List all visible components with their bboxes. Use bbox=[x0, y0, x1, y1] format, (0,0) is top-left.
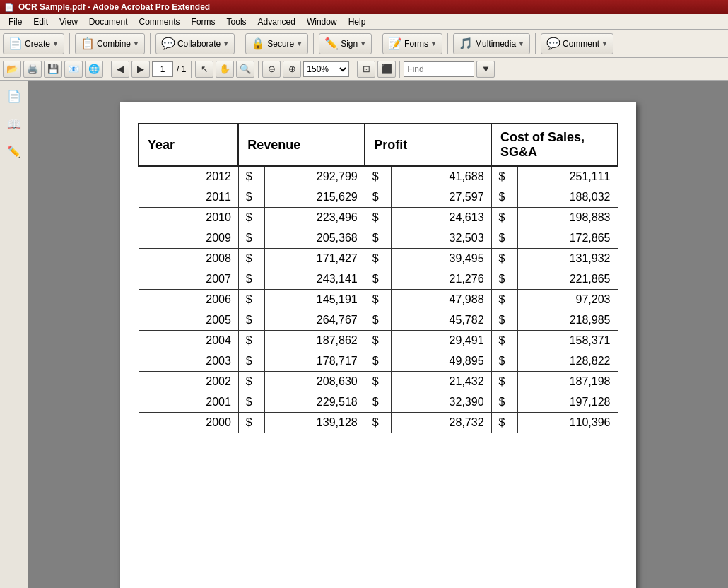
menu-edit[interactable]: Edit bbox=[28, 16, 54, 28]
menu-document[interactable]: Document bbox=[83, 16, 134, 28]
cell-rev-sign-2: $ bbox=[238, 208, 265, 228]
cell-year-6: 2006 bbox=[139, 290, 238, 310]
cell-cost-sign-9: $ bbox=[491, 351, 518, 372]
cell-profit-8: 29,491 bbox=[392, 331, 491, 351]
menu-tools[interactable]: Tools bbox=[221, 16, 252, 28]
separator-5 bbox=[377, 33, 377, 54]
cell-cost-2: 198,883 bbox=[518, 208, 618, 228]
print-button[interactable]: 🖨️ bbox=[23, 61, 42, 78]
cell-profit-9: 49,895 bbox=[392, 351, 491, 372]
menu-help[interactable]: Help bbox=[343, 16, 372, 28]
forms-icon: 📝 bbox=[388, 37, 402, 50]
cell-year-0: 2012 bbox=[139, 166, 238, 187]
cell-profit-sign-12: $ bbox=[365, 413, 392, 433]
cell-revenue-7: 264,767 bbox=[265, 310, 365, 331]
cell-profit-sign-0: $ bbox=[365, 166, 392, 187]
hand-tool[interactable]: ✋ bbox=[216, 61, 234, 78]
table-row: 2006 $ 145,191 $ 47,988 $ 97,203 bbox=[139, 290, 618, 310]
sidebar-edit-icon[interactable]: ✏️ bbox=[6, 143, 23, 160]
page-number-input[interactable] bbox=[152, 61, 173, 77]
header-year: Year bbox=[139, 124, 238, 166]
sidebar-pages-icon[interactable]: 📄 bbox=[6, 88, 23, 105]
cell-rev-sign-1: $ bbox=[238, 187, 265, 208]
comment-label: Comment bbox=[563, 39, 599, 49]
table-row: 2007 $ 243,141 $ 21,276 $ 221,865 bbox=[139, 269, 618, 290]
open-button[interactable]: 📂 bbox=[3, 61, 21, 78]
left-sidebar: 📄 📖 ✏️ bbox=[0, 81, 28, 588]
create-arrow: ▼ bbox=[52, 40, 59, 47]
prev-page-button[interactable]: ◀ bbox=[111, 61, 129, 78]
cell-rev-sign-3: $ bbox=[238, 228, 265, 249]
create-label: Create bbox=[25, 39, 50, 49]
browser-button[interactable]: 🌐 bbox=[85, 61, 103, 78]
cell-cost-sign-2: $ bbox=[491, 208, 518, 228]
create-button[interactable]: 📄 Create ▼ bbox=[3, 33, 64, 54]
multimedia-button[interactable]: 🎵 Multimedia ▼ bbox=[453, 33, 530, 54]
cell-profit-sign-2: $ bbox=[365, 208, 392, 228]
cell-cost-0: 251,111 bbox=[518, 166, 618, 187]
forms-button[interactable]: 📝 Forms ▼ bbox=[382, 33, 442, 54]
menu-forms[interactable]: Forms bbox=[186, 16, 221, 28]
cell-year-12: 2000 bbox=[139, 413, 238, 433]
combine-button[interactable]: 📋 Combine ▼ bbox=[75, 33, 145, 54]
cell-revenue-12: 139,128 bbox=[265, 413, 365, 433]
menu-view[interactable]: View bbox=[54, 16, 83, 28]
cell-cost-8: 158,371 bbox=[518, 331, 618, 351]
header-profit: Profit bbox=[365, 124, 491, 166]
combine-label: Combine bbox=[97, 39, 131, 49]
find-dropdown[interactable]: ▼ bbox=[476, 61, 495, 78]
zoom-tool[interactable]: 🔍 bbox=[236, 61, 254, 78]
secure-icon: 🔒 bbox=[251, 37, 265, 50]
table-row: 2003 $ 178,717 $ 49,895 $ 128,822 bbox=[139, 351, 618, 372]
cell-revenue-8: 187,862 bbox=[265, 331, 365, 351]
sidebar-bookmarks-icon[interactable]: 📖 bbox=[6, 115, 23, 132]
combine-arrow: ▼ bbox=[133, 40, 139, 47]
cell-cost-sign-7: $ bbox=[491, 310, 518, 331]
create-icon: 📄 bbox=[8, 37, 23, 50]
table-row: 2000 $ 139,128 $ 28,732 $ 110,396 bbox=[139, 413, 618, 433]
email-button[interactable]: 📧 bbox=[64, 61, 83, 78]
financial-table: Year Revenue Profit Cost of Sales, SG&A … bbox=[138, 123, 618, 433]
cell-cost-sign-3: $ bbox=[491, 228, 518, 249]
save-button[interactable]: 💾 bbox=[44, 61, 62, 78]
secure-button[interactable]: 🔒 Secure ▼ bbox=[245, 33, 308, 54]
cell-profit-sign-6: $ bbox=[365, 290, 392, 310]
cursor-tool[interactable]: ↖ bbox=[195, 61, 213, 78]
sign-button[interactable]: ✏️ Sign ▼ bbox=[319, 33, 372, 54]
main-area: 📄 📖 ✏️ Year Revenue Profit Cost of Sales… bbox=[0, 81, 728, 588]
find-input[interactable] bbox=[404, 61, 474, 77]
cell-cost-sign-5: $ bbox=[491, 269, 518, 290]
cell-profit-6: 47,988 bbox=[392, 290, 491, 310]
cell-cost-10: 187,198 bbox=[518, 372, 618, 392]
zoom-in-button[interactable]: ⊕ bbox=[283, 61, 301, 78]
collaborate-button[interactable]: 💬 Collaborate ▼ bbox=[155, 33, 235, 54]
collaborate-arrow: ▼ bbox=[223, 40, 229, 47]
separator-7 bbox=[535, 33, 536, 54]
nav-toolbar: 📂 🖨️ 💾 📧 🌐 ◀ ▶ / 1 ↖ ✋ 🔍 ⊖ ⊕ 150% 100% 7… bbox=[0, 58, 728, 81]
zoom-out-button[interactable]: ⊖ bbox=[262, 61, 281, 78]
menu-advanced[interactable]: Advanced bbox=[252, 16, 301, 28]
sign-icon: ✏️ bbox=[324, 37, 339, 50]
cell-rev-sign-11: $ bbox=[238, 392, 265, 413]
cell-year-1: 2011 bbox=[139, 187, 238, 208]
next-page-button[interactable]: ▶ bbox=[131, 61, 150, 78]
cell-profit-3: 32,503 bbox=[392, 228, 491, 249]
cell-profit-0: 41,688 bbox=[392, 166, 491, 187]
menu-file[interactable]: File bbox=[3, 16, 28, 28]
cell-revenue-2: 223,496 bbox=[265, 208, 365, 228]
comment-button[interactable]: 💬 Comment ▼ bbox=[541, 33, 613, 54]
cell-year-10: 2002 bbox=[139, 372, 238, 392]
menu-comments[interactable]: Comments bbox=[134, 16, 186, 28]
cell-cost-sign-1: $ bbox=[491, 187, 518, 208]
fit-page-button[interactable]: ⊡ bbox=[357, 61, 375, 78]
fit-width-button[interactable]: ⬛ bbox=[377, 61, 396, 78]
app-icon: 📄 bbox=[4, 3, 14, 12]
cell-rev-sign-7: $ bbox=[238, 310, 265, 331]
cell-rev-sign-6: $ bbox=[238, 290, 265, 310]
cell-profit-sign-1: $ bbox=[365, 187, 392, 208]
pdf-content-area: Year Revenue Profit Cost of Sales, SG&A … bbox=[28, 81, 728, 588]
menu-window[interactable]: Window bbox=[301, 16, 343, 28]
cell-cost-4: 131,932 bbox=[518, 249, 618, 269]
cell-revenue-0: 292,799 bbox=[265, 166, 365, 187]
zoom-dropdown[interactable]: 150% 100% 75% 200% bbox=[303, 61, 349, 77]
